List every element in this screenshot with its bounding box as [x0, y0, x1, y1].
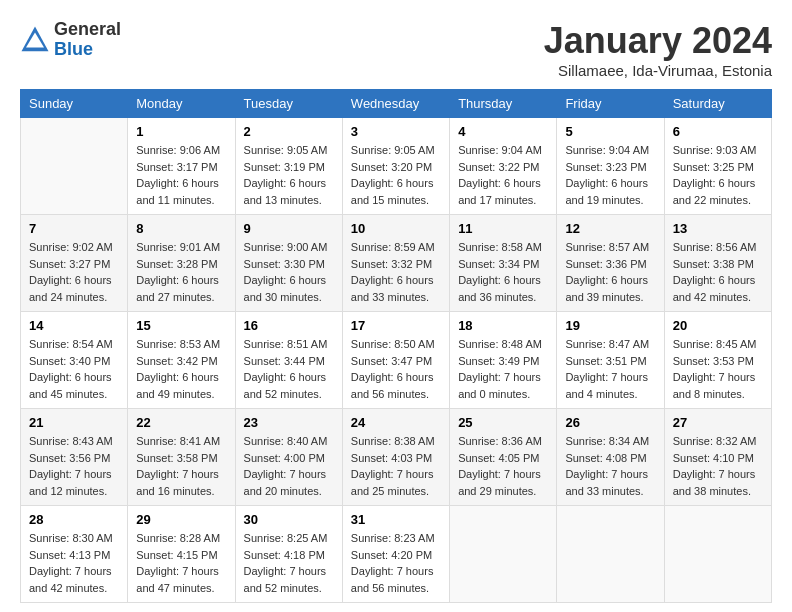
- day-info: Sunrise: 8:43 AMSunset: 3:56 PMDaylight:…: [29, 433, 119, 499]
- calendar-cell: 27Sunrise: 8:32 AMSunset: 4:10 PMDayligh…: [664, 409, 771, 506]
- day-info: Sunrise: 8:32 AMSunset: 4:10 PMDaylight:…: [673, 433, 763, 499]
- calendar-cell: 9Sunrise: 9:00 AMSunset: 3:30 PMDaylight…: [235, 215, 342, 312]
- day-number: 2: [244, 124, 334, 139]
- day-info: Sunrise: 9:04 AMSunset: 3:22 PMDaylight:…: [458, 142, 548, 208]
- day-number: 29: [136, 512, 226, 527]
- calendar-cell: 6Sunrise: 9:03 AMSunset: 3:25 PMDaylight…: [664, 118, 771, 215]
- day-number: 23: [244, 415, 334, 430]
- location: Sillamaee, Ida-Virumaa, Estonia: [544, 62, 772, 79]
- logo: General Blue: [20, 20, 121, 60]
- calendar-cell: [664, 506, 771, 603]
- logo-general-text: General: [54, 20, 121, 40]
- day-info: Sunrise: 8:51 AMSunset: 3:44 PMDaylight:…: [244, 336, 334, 402]
- day-info: Sunrise: 9:05 AMSunset: 3:19 PMDaylight:…: [244, 142, 334, 208]
- calendar-cell: [450, 506, 557, 603]
- day-number: 30: [244, 512, 334, 527]
- weekday-header-tuesday: Tuesday: [235, 90, 342, 118]
- calendar-cell: 19Sunrise: 8:47 AMSunset: 3:51 PMDayligh…: [557, 312, 664, 409]
- calendar-cell: [21, 118, 128, 215]
- weekday-header-saturday: Saturday: [664, 90, 771, 118]
- calendar-cell: 8Sunrise: 9:01 AMSunset: 3:28 PMDaylight…: [128, 215, 235, 312]
- day-number: 17: [351, 318, 441, 333]
- day-number: 21: [29, 415, 119, 430]
- calendar-cell: 21Sunrise: 8:43 AMSunset: 3:56 PMDayligh…: [21, 409, 128, 506]
- day-info: Sunrise: 8:53 AMSunset: 3:42 PMDaylight:…: [136, 336, 226, 402]
- calendar-cell: 11Sunrise: 8:58 AMSunset: 3:34 PMDayligh…: [450, 215, 557, 312]
- calendar-cell: 23Sunrise: 8:40 AMSunset: 4:00 PMDayligh…: [235, 409, 342, 506]
- calendar-cell: 22Sunrise: 8:41 AMSunset: 3:58 PMDayligh…: [128, 409, 235, 506]
- day-info: Sunrise: 9:02 AMSunset: 3:27 PMDaylight:…: [29, 239, 119, 305]
- day-number: 26: [565, 415, 655, 430]
- day-info: Sunrise: 8:50 AMSunset: 3:47 PMDaylight:…: [351, 336, 441, 402]
- calendar-cell: 16Sunrise: 8:51 AMSunset: 3:44 PMDayligh…: [235, 312, 342, 409]
- day-info: Sunrise: 8:40 AMSunset: 4:00 PMDaylight:…: [244, 433, 334, 499]
- day-info: Sunrise: 9:05 AMSunset: 3:20 PMDaylight:…: [351, 142, 441, 208]
- calendar-cell: 26Sunrise: 8:34 AMSunset: 4:08 PMDayligh…: [557, 409, 664, 506]
- day-info: Sunrise: 8:45 AMSunset: 3:53 PMDaylight:…: [673, 336, 763, 402]
- day-number: 11: [458, 221, 548, 236]
- calendar-cell: 17Sunrise: 8:50 AMSunset: 3:47 PMDayligh…: [342, 312, 449, 409]
- calendar-cell: 12Sunrise: 8:57 AMSunset: 3:36 PMDayligh…: [557, 215, 664, 312]
- day-number: 31: [351, 512, 441, 527]
- day-info: Sunrise: 8:30 AMSunset: 4:13 PMDaylight:…: [29, 530, 119, 596]
- weekday-header-monday: Monday: [128, 90, 235, 118]
- day-number: 5: [565, 124, 655, 139]
- calendar-cell: 28Sunrise: 8:30 AMSunset: 4:13 PMDayligh…: [21, 506, 128, 603]
- day-number: 20: [673, 318, 763, 333]
- day-number: 25: [458, 415, 548, 430]
- page-header: General Blue January 2024 Sillamaee, Ida…: [20, 20, 772, 79]
- calendar-cell: 29Sunrise: 8:28 AMSunset: 4:15 PMDayligh…: [128, 506, 235, 603]
- weekday-header-sunday: Sunday: [21, 90, 128, 118]
- day-info: Sunrise: 9:04 AMSunset: 3:23 PMDaylight:…: [565, 142, 655, 208]
- weekday-header-wednesday: Wednesday: [342, 90, 449, 118]
- day-number: 22: [136, 415, 226, 430]
- day-info: Sunrise: 9:06 AMSunset: 3:17 PMDaylight:…: [136, 142, 226, 208]
- day-number: 19: [565, 318, 655, 333]
- day-info: Sunrise: 8:41 AMSunset: 3:58 PMDaylight:…: [136, 433, 226, 499]
- calendar-cell: 2Sunrise: 9:05 AMSunset: 3:19 PMDaylight…: [235, 118, 342, 215]
- calendar-cell: 18Sunrise: 8:48 AMSunset: 3:49 PMDayligh…: [450, 312, 557, 409]
- calendar-week-row: 7Sunrise: 9:02 AMSunset: 3:27 PMDaylight…: [21, 215, 772, 312]
- logo-icon: [20, 25, 50, 55]
- day-number: 15: [136, 318, 226, 333]
- calendar-cell: 3Sunrise: 9:05 AMSunset: 3:20 PMDaylight…: [342, 118, 449, 215]
- calendar-cell: 30Sunrise: 8:25 AMSunset: 4:18 PMDayligh…: [235, 506, 342, 603]
- calendar-cell: 7Sunrise: 9:02 AMSunset: 3:27 PMDaylight…: [21, 215, 128, 312]
- calendar-cell: 14Sunrise: 8:54 AMSunset: 3:40 PMDayligh…: [21, 312, 128, 409]
- title-block: January 2024 Sillamaee, Ida-Virumaa, Est…: [544, 20, 772, 79]
- month-title: January 2024: [544, 20, 772, 62]
- calendar-cell: 1Sunrise: 9:06 AMSunset: 3:17 PMDaylight…: [128, 118, 235, 215]
- calendar-week-row: 21Sunrise: 8:43 AMSunset: 3:56 PMDayligh…: [21, 409, 772, 506]
- day-number: 3: [351, 124, 441, 139]
- day-number: 13: [673, 221, 763, 236]
- day-number: 28: [29, 512, 119, 527]
- calendar-cell: 13Sunrise: 8:56 AMSunset: 3:38 PMDayligh…: [664, 215, 771, 312]
- day-info: Sunrise: 8:58 AMSunset: 3:34 PMDaylight:…: [458, 239, 548, 305]
- day-info: Sunrise: 8:23 AMSunset: 4:20 PMDaylight:…: [351, 530, 441, 596]
- calendar-cell: 15Sunrise: 8:53 AMSunset: 3:42 PMDayligh…: [128, 312, 235, 409]
- day-info: Sunrise: 8:59 AMSunset: 3:32 PMDaylight:…: [351, 239, 441, 305]
- day-number: 9: [244, 221, 334, 236]
- weekday-header-thursday: Thursday: [450, 90, 557, 118]
- calendar-cell: 20Sunrise: 8:45 AMSunset: 3:53 PMDayligh…: [664, 312, 771, 409]
- day-number: 1: [136, 124, 226, 139]
- calendar-cell: 5Sunrise: 9:04 AMSunset: 3:23 PMDaylight…: [557, 118, 664, 215]
- day-number: 7: [29, 221, 119, 236]
- calendar-cell: 10Sunrise: 8:59 AMSunset: 3:32 PMDayligh…: [342, 215, 449, 312]
- day-number: 10: [351, 221, 441, 236]
- calendar-cell: 25Sunrise: 8:36 AMSunset: 4:05 PMDayligh…: [450, 409, 557, 506]
- calendar-cell: 4Sunrise: 9:04 AMSunset: 3:22 PMDaylight…: [450, 118, 557, 215]
- day-info: Sunrise: 8:48 AMSunset: 3:49 PMDaylight:…: [458, 336, 548, 402]
- calendar-week-row: 28Sunrise: 8:30 AMSunset: 4:13 PMDayligh…: [21, 506, 772, 603]
- day-number: 6: [673, 124, 763, 139]
- calendar-cell: [557, 506, 664, 603]
- day-number: 12: [565, 221, 655, 236]
- day-info: Sunrise: 8:38 AMSunset: 4:03 PMDaylight:…: [351, 433, 441, 499]
- day-number: 27: [673, 415, 763, 430]
- day-number: 14: [29, 318, 119, 333]
- weekday-header-row: SundayMondayTuesdayWednesdayThursdayFrid…: [21, 90, 772, 118]
- day-info: Sunrise: 9:03 AMSunset: 3:25 PMDaylight:…: [673, 142, 763, 208]
- day-info: Sunrise: 8:57 AMSunset: 3:36 PMDaylight:…: [565, 239, 655, 305]
- day-info: Sunrise: 8:28 AMSunset: 4:15 PMDaylight:…: [136, 530, 226, 596]
- logo-blue-text: Blue: [54, 40, 121, 60]
